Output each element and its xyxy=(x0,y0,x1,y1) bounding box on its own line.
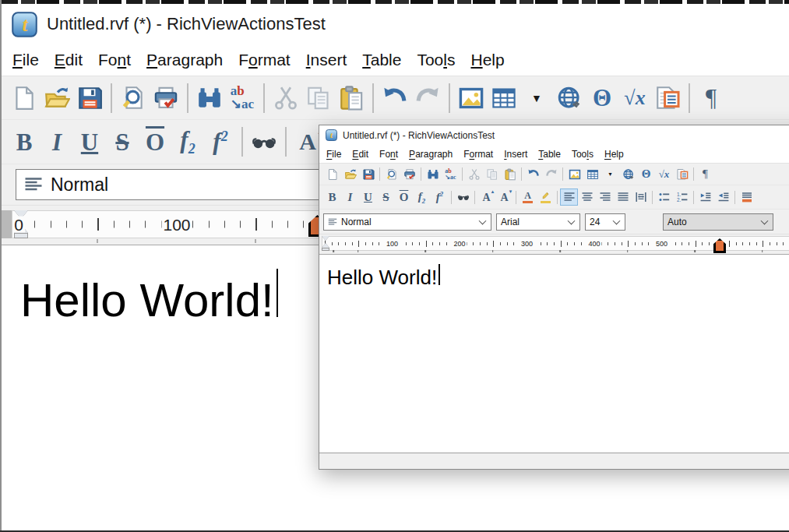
menu-paragraph[interactable]: Paragraph xyxy=(403,149,458,160)
justify-button[interactable] xyxy=(614,188,632,206)
paste-button[interactable] xyxy=(501,166,519,183)
insert-picture-button[interactable] xyxy=(455,81,488,115)
menu-font[interactable]: Font xyxy=(374,149,403,160)
menu-file[interactable]: File xyxy=(321,149,347,160)
subscript-button[interactable]: f2 xyxy=(171,125,204,159)
open-button[interactable] xyxy=(41,81,73,115)
menu-edit[interactable]: Edit xyxy=(347,149,374,160)
menu-insert[interactable]: Insert xyxy=(498,149,533,160)
copy-button[interactable] xyxy=(302,81,335,115)
shrink-font-button[interactable]: A▼ xyxy=(495,188,513,206)
undo-button[interactable] xyxy=(379,81,411,115)
indent-button[interactable] xyxy=(714,188,732,206)
overline-button[interactable]: O xyxy=(395,188,413,206)
highlight-button[interactable] xyxy=(537,188,555,206)
menu-tools[interactable]: Tools xyxy=(566,149,599,160)
find-button[interactable] xyxy=(193,81,226,115)
paragraph-color-button[interactable] xyxy=(738,188,756,206)
show-paragraph-marks-button[interactable]: ¶ xyxy=(695,81,727,115)
cut-button[interactable] xyxy=(465,166,483,183)
overline-button[interactable]: O xyxy=(139,125,171,159)
insert-object-button[interactable] xyxy=(673,166,691,183)
left-indent-handle[interactable] xyxy=(14,233,28,238)
italic-button[interactable]: I xyxy=(41,125,73,159)
hidden-text-button[interactable] xyxy=(454,188,472,206)
redo-button[interactable] xyxy=(542,166,560,183)
copy-button[interactable] xyxy=(483,166,501,183)
show-paragraph-marks-button[interactable]: ¶ xyxy=(696,166,714,183)
insert-object-button[interactable] xyxy=(651,81,684,115)
replace-button[interactable]: ab↘ac xyxy=(442,166,460,183)
strikethrough-button[interactable]: S xyxy=(106,125,139,159)
title-bar[interactable]: t Untitled.rvf (*) - RichViewActionsTest xyxy=(319,125,789,146)
hidden-text-button[interactable] xyxy=(248,125,280,159)
table-menu-arrow-button[interactable]: ▼ xyxy=(520,81,553,115)
insert-symbol-button[interactable]: Θ xyxy=(637,166,655,183)
hidden-text-icon xyxy=(454,188,472,206)
italic-button[interactable]: I xyxy=(341,188,359,206)
underline-button[interactable]: U xyxy=(359,188,377,206)
style-combobox[interactable]: Normal xyxy=(323,213,491,231)
save-button[interactable] xyxy=(359,166,377,183)
menu-insert[interactable]: Insert xyxy=(298,51,355,69)
superscript-button[interactable]: f2 xyxy=(204,125,237,159)
insert-symbol-button[interactable]: Θ xyxy=(586,81,618,115)
subscript-button[interactable]: f2 xyxy=(413,188,431,206)
insert-table-button[interactable] xyxy=(488,81,520,115)
bullets-button[interactable] xyxy=(655,188,673,206)
align-right-button[interactable] xyxy=(596,188,614,206)
menu-file[interactable]: File xyxy=(5,51,47,69)
insert-equation-button[interactable]: √x xyxy=(618,81,651,115)
title-bar[interactable]: t Untitled.rvf (*) - RichViewActionsTest xyxy=(2,4,789,44)
insert-equation-button[interactable]: √x xyxy=(655,166,673,183)
cut-button[interactable] xyxy=(269,81,302,115)
insert-hyperlink-button[interactable] xyxy=(553,81,586,115)
menu-format[interactable]: Format xyxy=(458,149,498,160)
insert-table-button[interactable] xyxy=(583,166,601,183)
open-button[interactable] xyxy=(341,166,359,183)
align-center-button[interactable] xyxy=(578,188,596,206)
print-button[interactable] xyxy=(150,81,182,115)
find-button[interactable] xyxy=(424,166,442,183)
underline-button[interactable]: U xyxy=(73,125,106,159)
menu-help[interactable]: Help xyxy=(599,149,629,160)
menu-tools[interactable]: Tools xyxy=(409,51,463,69)
insert-hyperlink-button[interactable] xyxy=(619,166,637,183)
replace-button[interactable]: ab↘ac xyxy=(226,81,259,115)
document-area[interactable]: Hello World! xyxy=(319,254,789,453)
paste-button[interactable] xyxy=(335,81,368,115)
menu-help[interactable]: Help xyxy=(463,51,512,69)
undo-button[interactable] xyxy=(524,166,542,183)
print-preview-button[interactable] xyxy=(382,166,400,183)
superscript-button[interactable]: f2 xyxy=(431,188,449,206)
strikethrough-button[interactable]: S xyxy=(377,188,395,206)
font-color-button[interactable]: A xyxy=(519,188,537,206)
grow-font-button[interactable]: A▲ xyxy=(477,188,495,206)
menu-table[interactable]: Table xyxy=(533,149,566,160)
insert-picture-button[interactable] xyxy=(565,166,583,183)
new-document-button[interactable] xyxy=(8,81,41,115)
auto-combobox-value: Auto xyxy=(667,217,687,227)
print-button[interactable] xyxy=(400,166,418,183)
menu-font[interactable]: Font xyxy=(90,51,139,69)
bold-button[interactable]: B xyxy=(8,125,41,159)
foreground-window[interactable]: t Untitled.rvf (*) - RichViewActionsTest… xyxy=(319,125,789,470)
menu-format[interactable]: Format xyxy=(231,51,298,69)
justify-full-button[interactable] xyxy=(632,188,650,206)
menu-table[interactable]: Table xyxy=(354,51,409,69)
numbering-button[interactable]: 1.2. xyxy=(673,188,691,206)
save-button[interactable] xyxy=(73,81,106,115)
new-document-button[interactable] xyxy=(323,166,341,183)
redo-button[interactable] xyxy=(411,81,444,115)
print-preview-button[interactable] xyxy=(117,81,150,115)
outdent-button[interactable] xyxy=(696,188,714,206)
first-line-indent-marker[interactable] xyxy=(322,236,329,241)
align-left-button[interactable] xyxy=(560,188,578,206)
auto-combobox[interactable]: Auto xyxy=(663,213,773,231)
font-name-combobox[interactable]: Arial xyxy=(496,213,580,231)
menu-edit[interactable]: Edit xyxy=(47,51,90,69)
bold-button[interactable]: B xyxy=(323,188,341,206)
table-menu-arrow-button[interactable]: ▼ xyxy=(601,166,619,183)
menu-paragraph[interactable]: Paragraph xyxy=(139,51,231,69)
font-size-combobox[interactable]: 24 xyxy=(585,213,625,231)
